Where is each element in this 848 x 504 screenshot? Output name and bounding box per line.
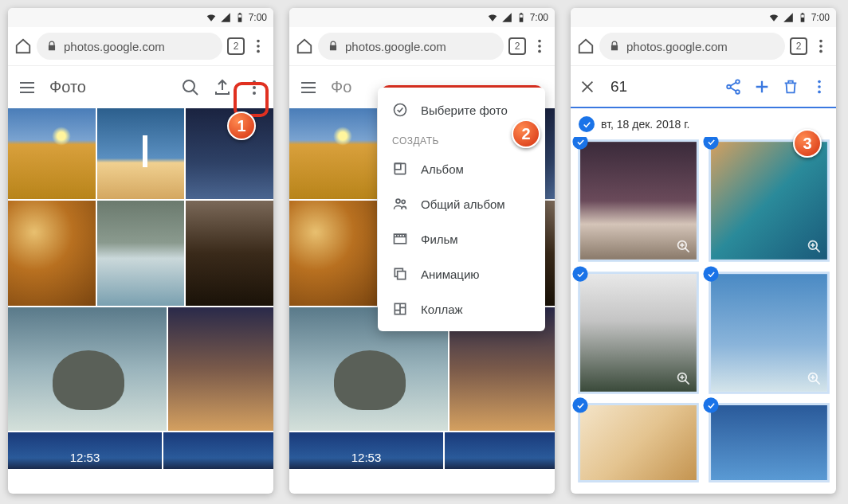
menu-label: Общий альбом [421,197,505,211]
tab-count[interactable]: 2 [227,37,245,55]
browser-menu-icon[interactable] [249,37,267,55]
check-icon [572,137,587,150]
phone-screen-2: 7:00 photos.google.com 2 Фо 12:53 [289,8,555,494]
wifi-icon [206,12,217,23]
battery-icon [516,12,527,23]
magnify-icon[interactable] [805,238,822,255]
photo-thumb[interactable] [97,108,185,199]
check-icon [703,137,718,150]
add-icon[interactable] [753,78,771,96]
menu-item-shared-album[interactable]: Общий альбом [378,186,545,221]
photo-thumb[interactable] [289,201,377,306]
photo-thumb[interactable]: 12:53 [289,432,443,469]
menu-item-album[interactable]: Альбом [378,151,545,186]
url-bar[interactable]: photos.google.com [318,33,504,60]
lock-icon [609,41,620,52]
svg-point-12 [395,104,406,116]
photo-thumb[interactable] [289,108,377,199]
share-icon[interactable] [724,78,742,96]
photo-thumb-selected[interactable] [709,272,829,394]
svg-point-9 [538,40,541,43]
photo-thumb-selected[interactable] [709,139,829,262]
browser-menu-icon[interactable] [531,37,548,55]
svg-point-1 [257,40,260,43]
photo-thumb-selected[interactable] [709,403,829,483]
upload-icon[interactable] [213,78,232,97]
photo-thumb[interactable] [97,201,185,306]
svg-point-27 [818,80,821,83]
date-text: вт, 18 дек. 2018 г. [601,118,689,131]
photo-thumb-selected[interactable] [578,272,698,394]
close-icon[interactable] [579,78,596,96]
url-bar[interactable]: photos.google.com [37,33,222,60]
check-icon [572,266,587,281]
more-icon[interactable] [245,78,264,97]
browser-bar: photos.google.com 2 [571,27,836,65]
url-text: photos.google.com [345,40,446,53]
photo-thumb-selected[interactable] [578,139,698,262]
menu-label: Выберите фото [421,104,508,117]
shared-album-icon [392,196,408,212]
svg-point-11 [538,50,541,53]
svg-rect-8 [520,15,523,18]
svg-point-2 [257,45,260,48]
check-icon [703,397,718,412]
hamburger-icon[interactable] [18,78,37,97]
menu-item-collage[interactable]: Коллаж [378,291,545,326]
tab-count[interactable]: 2 [508,37,526,55]
selection-app-bar: 61 [571,65,836,108]
album-icon [392,161,408,177]
collage-icon [392,301,408,317]
svg-point-6 [253,86,256,89]
browser-bar: photos.google.com 2 [8,27,273,65]
wifi-icon [768,12,779,23]
photo-thumb-selected[interactable] [578,403,698,483]
trash-icon[interactable] [782,78,799,96]
home-icon[interactable] [577,37,595,55]
more-icon[interactable] [811,78,828,96]
browser-bar: photos.google.com 2 [289,27,555,65]
home-icon[interactable] [14,37,32,55]
svg-point-15 [396,199,400,203]
status-bar: 7:00 [289,8,555,27]
wifi-icon [487,12,498,23]
photo-thumb[interactable] [168,307,273,431]
photo-thumb[interactable]: 12:53 [8,432,162,469]
battery-icon [797,12,808,23]
step-badge-1: 1 [227,111,256,140]
svg-point-10 [538,45,541,48]
photo-thumb[interactable] [445,432,555,469]
check-icon [703,266,718,281]
photo-thumb[interactable] [8,201,96,306]
phone-screen-1: 7:00 photos.google.com 2 Фото [8,8,273,494]
photo-thumb[interactable] [186,201,273,306]
photo-thumb[interactable] [8,307,167,431]
tab-count[interactable]: 2 [790,37,807,55]
select-icon [392,102,408,118]
check-icon [579,116,595,132]
svg-rect-20 [801,15,804,18]
home-icon[interactable] [296,37,313,55]
step-badge-2: 2 [512,119,540,148]
photo-thumb[interactable] [163,432,273,469]
browser-menu-icon[interactable] [812,37,830,55]
svg-rect-0 [238,15,241,18]
menu-item-animation[interactable]: Анимацию [378,256,545,291]
magnify-icon[interactable] [675,370,692,387]
search-icon[interactable] [181,78,200,97]
menu-item-movie[interactable]: Фильм [378,221,545,256]
svg-rect-18 [398,272,406,279]
lock-icon [46,41,57,52]
svg-point-22 [819,45,822,48]
magnify-icon[interactable] [805,370,822,387]
svg-point-7 [253,92,256,95]
svg-point-29 [818,90,821,93]
signal-icon [501,12,512,23]
magnify-icon[interactable] [675,238,692,255]
hamburger-icon[interactable] [299,78,318,97]
animation-icon [392,266,408,282]
menu-label: Фильм [421,232,458,246]
photo-thumb[interactable] [8,108,96,199]
url-bar[interactable]: photos.google.com [599,33,785,60]
svg-point-16 [402,200,405,203]
